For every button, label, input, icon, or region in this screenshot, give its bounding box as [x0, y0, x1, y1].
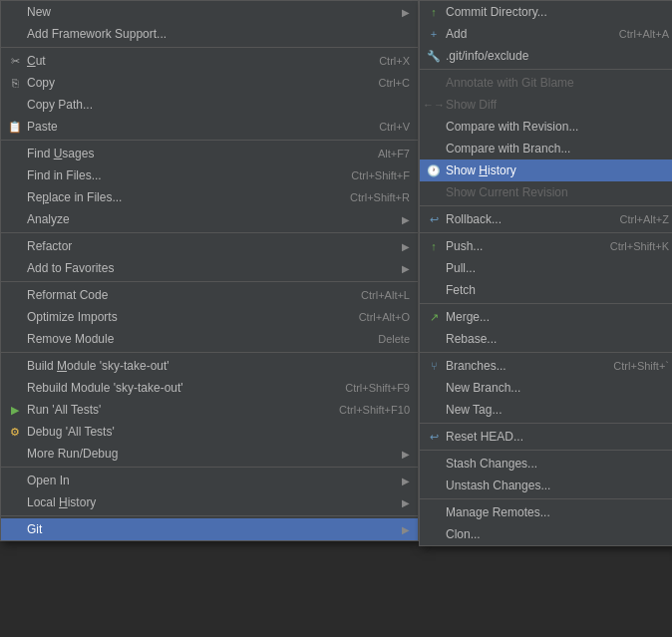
- rebuild-module-shortcut: Ctrl+Shift+F9: [345, 382, 410, 394]
- sub-separator-2: [420, 205, 672, 206]
- submenu-new-branch[interactable]: New Branch...: [420, 377, 672, 399]
- menu-item-add-to-favorites[interactable]: Add to Favorites ▶: [1, 257, 418, 279]
- local-history-arrow: ▶: [402, 497, 410, 508]
- clone-label: Clon...: [442, 527, 669, 541]
- submenu-push[interactable]: ↑ Push... Ctrl+Shift+K: [420, 235, 672, 257]
- optimize-imports-label: Optimize Imports: [23, 310, 339, 324]
- menu-item-refactor[interactable]: Refactor ▶: [1, 235, 418, 257]
- unstash-changes-icon: [426, 478, 442, 493]
- menu-item-add-framework[interactable]: Add Framework Support...: [1, 23, 418, 45]
- menu-item-open-in[interactable]: Open In ▶: [1, 470, 418, 491]
- find-in-files-icon: [7, 167, 23, 183]
- more-run-debug-label: More Run/Debug: [23, 447, 398, 461]
- menu-item-replace-in-files[interactable]: Replace in Files... Ctrl+Shift+R: [1, 186, 418, 208]
- pull-icon: [426, 260, 442, 276]
- remove-module-label: Remove Module: [23, 332, 358, 346]
- menu-item-paste[interactable]: 📋 Paste Ctrl+V: [1, 116, 418, 138]
- submenu-show-history[interactable]: 🕐 Show History: [420, 159, 672, 181]
- context-menu: New ▶ Add Framework Support... ✂ Cut Ctr…: [0, 0, 419, 541]
- separator-5: [1, 352, 418, 353]
- git-exclude-icon: 🔧: [426, 48, 442, 64]
- show-current-revision-icon: [426, 184, 442, 200]
- debug-all-tests-label: Debug 'All Tests': [23, 425, 410, 439]
- menu-item-more-run-debug[interactable]: More Run/Debug ▶: [1, 443, 418, 465]
- menu-item-debug-all-tests[interactable]: ⚙ Debug 'All Tests': [1, 421, 418, 443]
- new-branch-label: New Branch...: [442, 381, 669, 395]
- submenu-rebase[interactable]: Rebase...: [420, 328, 672, 350]
- refactor-icon: [7, 238, 23, 254]
- submenu-annotate-blame: Annotate with Git Blame: [420, 72, 672, 94]
- submenu-commit-dir[interactable]: ↑ Commit Directory...: [420, 1, 672, 23]
- separator-4: [1, 281, 418, 282]
- git-exclude-label: .git/info/exclude: [442, 49, 669, 63]
- reset-head-icon: ↩: [426, 429, 442, 445]
- find-usages-shortcut: Alt+F7: [378, 148, 410, 159]
- run-all-tests-label: Run 'All Tests': [23, 403, 319, 417]
- reset-head-label: Reset HEAD...: [442, 430, 669, 444]
- submenu-branches[interactable]: ⑂ Branches... Ctrl+Shift+`: [420, 355, 672, 377]
- submenu-compare-revision[interactable]: Compare with Revision...: [420, 116, 672, 138]
- open-in-arrow: ▶: [402, 476, 410, 486]
- submenu-unstash-changes[interactable]: Unstash Changes...: [420, 475, 672, 496]
- submenu-reset-head[interactable]: ↩ Reset HEAD...: [420, 426, 672, 448]
- menu-item-build-module[interactable]: Build Module 'sky-take-out': [1, 355, 418, 377]
- manage-remotes-label: Manage Remotes...: [442, 505, 669, 519]
- open-in-label: Open In: [23, 474, 398, 487]
- submenu-pull[interactable]: Pull...: [420, 257, 672, 279]
- submenu-rollback[interactable]: ↩ Rollback... Ctrl+Alt+Z: [420, 208, 672, 230]
- menu-item-analyze[interactable]: Analyze ▶: [1, 208, 418, 230]
- submenu-manage-remotes[interactable]: Manage Remotes...: [420, 501, 672, 523]
- menu-item-copy[interactable]: ⎘ Copy Ctrl+C: [1, 72, 418, 94]
- analyze-icon: [7, 211, 23, 227]
- submenu-clone[interactable]: Clon...: [420, 523, 672, 545]
- add-icon: +: [426, 26, 442, 42]
- rebase-label: Rebase...: [442, 332, 669, 346]
- submenu-new-tag[interactable]: New Tag...: [420, 399, 672, 421]
- reformat-code-label: Reformat Code: [23, 288, 341, 302]
- rollback-shortcut: Ctrl+Alt+Z: [619, 213, 669, 225]
- copy-label: Copy: [23, 76, 359, 90]
- menu-item-rebuild-module[interactable]: Rebuild Module 'sky-take-out' Ctrl+Shift…: [1, 377, 418, 399]
- submenu-stash-changes[interactable]: Stash Changes...: [420, 453, 672, 475]
- push-icon: ↑: [426, 238, 442, 254]
- submenu-compare-branch[interactable]: Compare with Branch...: [420, 138, 672, 159]
- submenu-add[interactable]: + Add Ctrl+Alt+A: [420, 23, 672, 45]
- stash-changes-label: Stash Changes...: [442, 457, 669, 471]
- submenu-merge[interactable]: ↗ Merge...: [420, 306, 672, 328]
- sub-separator-6: [420, 423, 672, 424]
- paste-icon: 📋: [7, 119, 23, 135]
- menu-item-optimize-imports[interactable]: Optimize Imports Ctrl+Alt+O: [1, 306, 418, 328]
- menu-item-remove-module[interactable]: Remove Module Delete: [1, 328, 418, 350]
- menu-item-find-usages[interactable]: Find Usages Alt+F7: [1, 143, 418, 164]
- copy-shortcut: Ctrl+C: [379, 77, 410, 89]
- find-in-files-shortcut: Ctrl+Shift+F: [351, 169, 410, 181]
- open-in-icon: [7, 473, 23, 488]
- menu-item-new[interactable]: New ▶: [1, 1, 418, 23]
- menu-item-git[interactable]: Git ▶: [1, 518, 418, 540]
- local-history-icon: [7, 494, 23, 510]
- new-arrow: ▶: [402, 7, 410, 18]
- menu-item-reformat-code[interactable]: Reformat Code Ctrl+Alt+L: [1, 284, 418, 306]
- menu-item-find-in-files[interactable]: Find in Files... Ctrl+Shift+F: [1, 164, 418, 186]
- refactor-arrow: ▶: [402, 241, 410, 252]
- submenu-git-exclude[interactable]: 🔧 .git/info/exclude: [420, 45, 672, 67]
- remove-module-shortcut: Delete: [378, 333, 410, 345]
- submenu-fetch[interactable]: Fetch: [420, 279, 672, 301]
- menu-item-copy-path[interactable]: Copy Path...: [1, 94, 418, 116]
- branches-icon: ⑂: [426, 358, 442, 374]
- menu-item-local-history[interactable]: Local History ▶: [1, 491, 418, 513]
- debug-icon: ⚙: [7, 424, 23, 440]
- add-framework-label: Add Framework Support...: [23, 27, 410, 41]
- merge-label: Merge...: [442, 310, 669, 324]
- new-icon: [7, 4, 23, 20]
- replace-in-files-icon: [7, 189, 23, 205]
- compare-branch-icon: [426, 141, 442, 157]
- rebuild-module-icon: [7, 380, 23, 396]
- sub-separator-8: [420, 498, 672, 499]
- menu-item-run-all-tests[interactable]: ▶ Run 'All Tests' Ctrl+Shift+F10: [1, 399, 418, 421]
- show-current-revision-label: Show Current Revision: [442, 185, 669, 199]
- pull-label: Pull...: [442, 261, 669, 275]
- separator-7: [1, 515, 418, 516]
- fetch-icon: [426, 282, 442, 298]
- menu-item-cut[interactable]: ✂ Cut Ctrl+X: [1, 50, 418, 72]
